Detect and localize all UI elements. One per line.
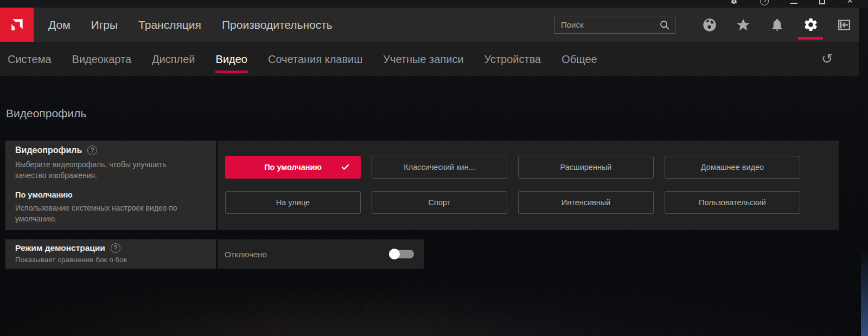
profile-option-sport[interactable]: Спорт (372, 191, 507, 214)
demo-mode-state-label: Отключено (225, 250, 267, 259)
settings-tabs: Система Видеокарта Дисплей Видео Сочетан… (8, 53, 597, 66)
profile-option-vivid[interactable]: Интенсивный (518, 191, 654, 214)
video-profile-card: Видеопрофиль ? Выберите видеопрофиль, чт… (5, 141, 839, 230)
profile-options-grid: По умолчанию Классический кин... Расшире… (225, 156, 839, 214)
window-titlebar: ? × (0, 0, 868, 8)
nav-item-home[interactable]: Дом (48, 18, 71, 31)
bug-report-icon[interactable] (730, 0, 738, 7)
checkmark-icon (341, 163, 350, 172)
nav-item-performance[interactable]: Производительность (222, 18, 333, 31)
profile-option-home-video[interactable]: Домашнее видео (665, 156, 800, 179)
profile-option-classic-cinema[interactable]: Классический кин... (372, 156, 507, 179)
tab-display[interactable]: Дисплей (152, 53, 195, 66)
profile-option-enhanced[interactable]: Расширенный (518, 156, 654, 179)
profile-option-default[interactable]: По умолчанию (225, 156, 361, 179)
demo-mode-card: Режим демонстрации ? Показывает сравнени… (5, 239, 424, 269)
main-navbar: Дом Игры Трансляция Производительность (0, 8, 859, 42)
help-circle-icon[interactable]: ? (87, 145, 97, 155)
amd-logo[interactable] (0, 8, 34, 42)
nav-item-streaming[interactable]: Трансляция (138, 18, 201, 31)
navbar-icon-group (701, 17, 852, 33)
bell-notifications-icon[interactable] (769, 17, 785, 33)
demo-mode-title: Режим демонстрации (15, 243, 105, 253)
profile-option-outdoor[interactable]: На улице (225, 191, 361, 214)
selected-profile-description: Использование системных настроек видео п… (15, 202, 195, 225)
earth-horizon-glint (861, 249, 868, 336)
search-box[interactable] (554, 16, 675, 34)
globe-icon[interactable] (701, 17, 718, 33)
tab-graphics[interactable]: Видеокарта (72, 53, 131, 66)
demo-mode-description: Показывает сравнение бок о бок (15, 255, 207, 265)
maximize-icon[interactable] (819, 0, 825, 4)
panel-collapse-icon[interactable] (836, 17, 852, 33)
selected-profile-name: По умолчанию (15, 191, 195, 199)
help-icon[interactable]: ? (760, 0, 769, 5)
demo-mode-control-panel: Отключено (218, 239, 424, 269)
tab-accounts[interactable]: Учетные записи (383, 53, 463, 66)
toggle-knob (389, 249, 400, 259)
help-circle-icon[interactable]: ? (111, 243, 120, 253)
video-profile-title: Видеопрофиль (15, 145, 82, 155)
demo-mode-toggle[interactable] (389, 250, 414, 258)
nav-item-games[interactable]: Игры (91, 18, 118, 31)
tab-hotkeys[interactable]: Сочетания клавиш (268, 53, 362, 66)
tab-general[interactable]: Общее (561, 53, 597, 66)
tab-video[interactable]: Видео (216, 53, 247, 66)
search-icon[interactable] (659, 19, 671, 31)
page-title: Видеопрофиль (6, 107, 86, 120)
profile-option-custom[interactable]: Пользовательский (665, 191, 800, 214)
main-nav-items: Дом Игры Трансляция Производительность (48, 18, 333, 31)
star-favorites-icon[interactable] (735, 17, 751, 33)
demo-mode-info-panel: Режим демонстрации ? Показывает сравнени… (5, 239, 216, 269)
video-profile-info-panel: Видеопрофиль ? Выберите видеопрофиль, чт… (5, 141, 216, 230)
search-input[interactable] (561, 20, 659, 29)
navbar-right-section (554, 16, 852, 34)
gear-settings-icon[interactable] (802, 17, 819, 33)
settings-tabbar: Система Видеокарта Дисплей Видео Сочетан… (0, 42, 859, 76)
close-icon[interactable]: × (847, 0, 853, 5)
minimize-icon[interactable] (790, 3, 797, 4)
tab-system[interactable]: Система (8, 53, 52, 66)
video-profile-options-panel: По умолчанию Классический кин... Расшире… (218, 141, 839, 230)
reset-defaults-icon[interactable]: ↺ (821, 52, 833, 66)
tab-devices[interactable]: Устройства (484, 53, 541, 66)
video-profile-description: Выберите видеопрофиль, чтобы улучшить ка… (15, 159, 195, 181)
